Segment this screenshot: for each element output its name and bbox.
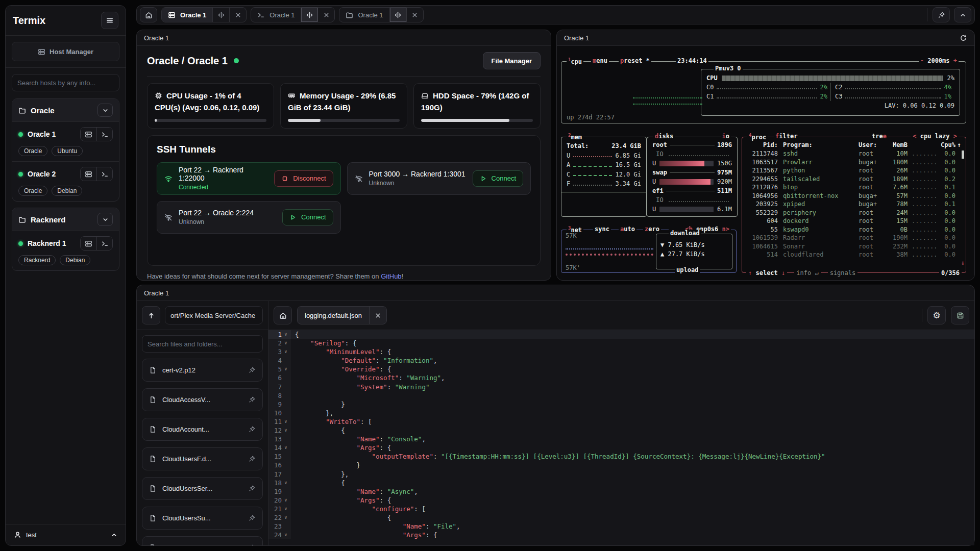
tab-label-area[interactable]: Oracle 1 bbox=[339, 8, 389, 22]
host-tag: Oracle bbox=[18, 146, 47, 156]
btop-box-label: 2mem bbox=[567, 133, 583, 141]
editor-settings-button[interactable]: ⚙ bbox=[927, 306, 946, 324]
tab-split-button[interactable] bbox=[212, 8, 229, 22]
file-list-item[interactable]: CloudUsersSu... bbox=[142, 507, 263, 530]
fold-chevron-icon[interactable]: ∨ bbox=[282, 426, 290, 435]
fold-chevron-icon[interactable]: ∨ bbox=[282, 330, 290, 339]
host-manager-button[interactable]: Host Manager bbox=[12, 42, 119, 61]
fold-chevron-icon[interactable]: ∨ bbox=[282, 496, 290, 505]
host-server-button[interactable] bbox=[81, 167, 96, 181]
up-directory-button[interactable] bbox=[142, 306, 160, 324]
editor-column: logging.default.json ⚙ 1∨{2∨ "Serilog": … bbox=[268, 301, 974, 545]
proc-row[interactable]: 55kswapd0root0B........ .0.0 bbox=[742, 226, 966, 234]
tab-close-button[interactable] bbox=[406, 8, 423, 22]
file-list-item[interactable]: CloudUsersF.d... bbox=[142, 447, 263, 470]
host-server-button[interactable] bbox=[81, 128, 96, 141]
collapse-tabbar-button[interactable] bbox=[954, 7, 971, 22]
save-file-button[interactable] bbox=[951, 306, 969, 324]
file-list-item[interactable]: CloudAccount... bbox=[142, 418, 263, 441]
fold-chevron-icon[interactable]: ∨ bbox=[282, 505, 290, 513]
proc-row[interactable]: 514cloudflaredroot38M........ .0.0 bbox=[742, 251, 966, 259]
file-search-input[interactable] bbox=[142, 335, 263, 353]
fold-chevron-icon[interactable]: ∨ bbox=[282, 479, 290, 487]
sidebar-menu-button[interactable] bbox=[101, 12, 118, 29]
file-list-item[interactable]: cert-v2.p12 bbox=[142, 359, 263, 382]
home-button[interactable] bbox=[140, 7, 157, 22]
host-actions bbox=[80, 127, 113, 141]
editor-line: 23 "Name": "File", bbox=[268, 522, 974, 531]
folder-header[interactable]: Racknerd bbox=[12, 208, 119, 231]
refresh-icon[interactable] bbox=[960, 34, 967, 42]
proc-row[interactable]: 1061539Radarrroot190M........ .0.0 bbox=[742, 234, 966, 242]
close-file-button[interactable] bbox=[369, 307, 386, 324]
fold-chevron-icon[interactable]: ∨ bbox=[282, 347, 290, 356]
proc-row[interactable]: 2113567pythonroot26M........ .0.0 bbox=[742, 166, 966, 175]
proc-row[interactable]: 203925xpipedbuga+78M........ .0.1 bbox=[742, 200, 966, 209]
code-editor[interactable]: 1∨{2∨ "Serilog": {3∨ "MinimumLevel": {4 … bbox=[268, 330, 974, 545]
disconnect-button[interactable]: Disconnect bbox=[274, 170, 333, 187]
tunnel-info: Port 3000 → Racknerd 1:3001Unknown bbox=[369, 170, 465, 187]
connect-button[interactable]: Connect bbox=[473, 170, 523, 187]
cpu-graph-line bbox=[633, 97, 702, 98]
file-manager-button[interactable]: File Manager bbox=[483, 52, 541, 69]
tab-split-button[interactable] bbox=[301, 8, 317, 22]
proc-scrollbar-thumb[interactable] bbox=[962, 151, 964, 159]
code-text: "Microsoft": "Warning", bbox=[291, 373, 445, 382]
folder-header[interactable]: Oracle bbox=[12, 99, 119, 121]
proc-row[interactable]: 604dockerdroot15M........ .0.0 bbox=[742, 217, 966, 226]
file-icon bbox=[149, 366, 157, 374]
host-row[interactable]: Oracle 1OracleUbuntu bbox=[12, 121, 119, 161]
editor-line: 22∨ { bbox=[268, 513, 974, 522]
proc-row[interactable]: 2112876btoproot7.6M........ .0.1 bbox=[742, 183, 966, 192]
host-folder-list: OracleOracle 1OracleUbuntuOracle 2Oracle… bbox=[6, 94, 126, 524]
folder-collapse-button[interactable] bbox=[97, 104, 113, 117]
tab-split-button[interactable] bbox=[389, 8, 406, 22]
host-server-button[interactable] bbox=[81, 237, 96, 250]
proc-row[interactable]: 1063517Prowlarrbuga+180M........ .0.0 bbox=[742, 158, 966, 167]
host-manager-label: Host Manager bbox=[50, 48, 93, 56]
fold-spacer bbox=[282, 461, 290, 469]
open-file-tab[interactable]: logging.default.json bbox=[297, 306, 387, 324]
editor-home-button[interactable] bbox=[274, 306, 292, 324]
proc-row[interactable]: 1064615Sonarrroot232M........ .0.0 bbox=[742, 242, 966, 251]
tab-label-area[interactable]: Oracle 1 bbox=[162, 8, 212, 22]
code-text: "Override": { bbox=[291, 365, 391, 373]
host-terminal-button[interactable] bbox=[96, 237, 112, 250]
fold-chevron-icon[interactable]: ∨ bbox=[282, 339, 290, 347]
host-row[interactable]: Racknerd 1RacknerdDebian bbox=[12, 231, 119, 270]
github-link[interactable]: GitHub bbox=[381, 272, 401, 280]
feedback-footer: Have ideas for what should come next for… bbox=[147, 272, 541, 280]
tab-close-button[interactable] bbox=[317, 8, 334, 22]
proc-row[interactable]: 552329peripheryroot24M........ .0.0 bbox=[742, 209, 966, 217]
host-terminal-button[interactable] bbox=[96, 167, 112, 181]
fold-chevron-icon[interactable]: ∨ bbox=[282, 443, 290, 452]
file-list-item[interactable]: CloudUsersSer... bbox=[142, 477, 263, 500]
path-input[interactable] bbox=[165, 306, 263, 324]
host-search-input[interactable] bbox=[12, 74, 119, 91]
proc-row[interactable]: 1064956qbittorrent-noxbuga+57M........ .… bbox=[742, 192, 966, 201]
folder-collapse-button[interactable] bbox=[97, 213, 113, 226]
tab-label-area[interactable]: Oracle 1 bbox=[251, 8, 301, 22]
file-list-item[interactable] bbox=[142, 536, 263, 545]
user-menu[interactable]: test bbox=[6, 524, 126, 545]
online-status-dot bbox=[234, 58, 239, 63]
fold-spacer bbox=[282, 391, 290, 400]
connect-button[interactable]: Connect bbox=[282, 209, 333, 226]
btop-terminal[interactable]: 1cpumenupreset *23:44:14- 2000ms +up 274… bbox=[557, 46, 974, 280]
fold-chevron-icon[interactable]: ∨ bbox=[282, 417, 290, 426]
stats-cards: CPU Usage - 1% of 4 CPU(s) (Avg: 0.06, 0… bbox=[147, 83, 541, 129]
host-row[interactable]: Oracle 2OracleDebian bbox=[12, 161, 119, 201]
fold-chevron-icon[interactable]: ∨ bbox=[282, 365, 290, 373]
proc-row[interactable]: 2113748sshdroot10M........ .0.0 bbox=[742, 149, 966, 158]
terminal-panel: Oracle 1 1cpumenupreset *23:44:14- 2000m… bbox=[556, 30, 975, 281]
fold-spacer bbox=[282, 409, 290, 417]
fold-chevron-icon[interactable]: ∨ bbox=[282, 513, 290, 522]
code-text: { bbox=[291, 330, 299, 339]
proc-row[interactable]: 2294655tailscaledroot189M........ .0.2 bbox=[742, 175, 966, 184]
file-list-item[interactable]: CloudAccessV... bbox=[142, 388, 263, 411]
fold-chevron-icon[interactable]: ∨ bbox=[282, 531, 290, 539]
home-icon bbox=[279, 312, 287, 319]
tab-close-button[interactable] bbox=[229, 8, 246, 22]
pin-button[interactable] bbox=[933, 7, 950, 22]
host-terminal-button[interactable] bbox=[96, 128, 112, 141]
